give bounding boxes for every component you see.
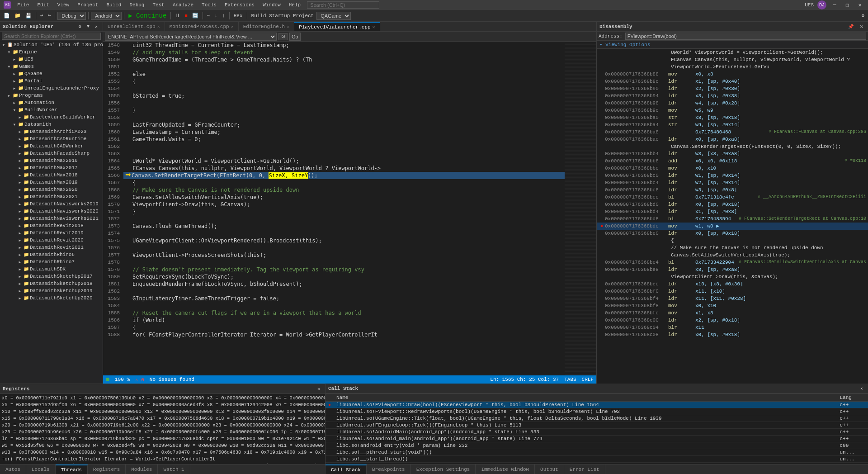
menu-project[interactable]: Project: [74, 1, 102, 9]
disasm-line[interactable]: 0x0000007176368bd4ldrx1, [sp, #0x8]: [597, 208, 868, 215]
continue-button[interactable]: ▶ Continue: [127, 11, 168, 20]
hex-toggle[interactable]: Hex: [232, 11, 245, 20]
tree-item-launcherproxy[interactable]: ▶ 📁 UnrealEngineLauncherProxy: [0, 85, 103, 92]
callstack-row-5[interactable]: libUnreal.so!android_main(android_app*)(…: [326, 436, 868, 442]
disasm-line[interactable]: 0x0000007176368b98ldrw4, [sp, #0x28]: [597, 100, 868, 107]
tree-item-ds-facadesharp[interactable]: ▶ 📁 DatasmithFacadeSharp: [0, 150, 103, 157]
disasm-line[interactable]: Canvas.SetRenderTargetRect(FIntRect(0, 0…: [597, 143, 868, 150]
code-line-1559[interactable]: LastFrameUpdated = GFrameCounter;: [123, 121, 565, 128]
disasm-line[interactable]: UWorld* ViewportWorld = ViewportClient->…: [597, 49, 868, 56]
menu-window[interactable]: Window: [259, 1, 284, 9]
bottom-tab-right-exception-settings[interactable]: Exception Settings: [411, 465, 476, 474]
toolbar-settings[interactable]: ⚙: [859, 11, 866, 20]
code-line-1561[interactable]: GameThread.Waits = 0;: [123, 136, 565, 143]
code-line-1575[interactable]: UGameViewportClient::OnViewportRendered(…: [123, 237, 565, 244]
code-line-1549[interactable]: // add any stalls for sleep or fevent: [123, 49, 565, 56]
tree-item-engine[interactable]: ▼ 📁 Engine: [0, 48, 103, 56]
disasm-line[interactable]: ViewportClient->Draw(this, &Canvas);: [597, 273, 868, 280]
disasm-line[interactable]: ●0x0000007176368bdcmovw1, w0 ▶: [597, 223, 868, 230]
disasm-line[interactable]: 0x0000007176368c04blrx11: [597, 324, 868, 331]
disasm-line[interactable]: 0x0000007176368c08ldrx0, [sp, #0x18]: [597, 331, 868, 338]
tab-play-level-close[interactable]: ✕: [373, 24, 375, 30]
tree-item-ds-revit2021[interactable]: ▶ 📁 DatasmithRevit2021: [0, 244, 103, 251]
disasm-line[interactable]: 0x0000007176368bc0ldrw1, [sp, #0x14]: [597, 172, 868, 179]
code-line-1568[interactable]: // Make sure the Canvas is not rendered …: [123, 186, 565, 194]
tree-item-ds-cadworker[interactable]: ▶ 📁 DatasmithCADWorker: [0, 142, 103, 150]
solution-search-input[interactable]: [2, 33, 101, 40]
tree-item-ds-max2017[interactable]: ▶ 📁 DatasmithMax2017: [0, 164, 103, 171]
disasm-line[interactable]: 0x0000007176368b88movx0, x8: [597, 71, 868, 78]
tree-item-ds-revit2019[interactable]: ▶ 📁 DatasmithRevit2019: [0, 229, 103, 237]
code-line-1579[interactable]: // Slate doesn't present immediately. Ta…: [123, 266, 565, 273]
bottom-tab-modules[interactable]: Modules: [126, 465, 158, 474]
code-line-1585[interactable]: // Reset the camera cut flags if we are …: [123, 309, 565, 317]
callstack-row-8[interactable]: libc.so!__start_thread()un...: [326, 456, 868, 463]
tab-monitored-process-close[interactable]: ✕: [231, 24, 234, 29]
disasm-line[interactable]: 0x0000007176368bccbl0x7171318c4fc # __AA…: [597, 194, 868, 201]
tree-item-ds-cadruntime[interactable]: ▶ 📁 DatasmithCADRuntime: [0, 135, 103, 142]
tree-item-qagame[interactable]: ▶ 📁 QAGame: [0, 70, 103, 77]
menu-edit[interactable]: Edit: [33, 1, 52, 9]
code-line-1586[interactable]: if (World): [123, 317, 565, 324]
tree-item-ue5[interactable]: ▶ 📁 UE5: [0, 56, 103, 63]
build-startup-btn[interactable]: Build Startup Project: [250, 11, 316, 20]
tab-monitored-process[interactable]: MonitoredProcess.cpp ✕: [165, 22, 239, 31]
code-line-1552[interactable]: else: [123, 71, 565, 78]
disasm-line[interactable]: 0x0000007176368bc4ldrw2, [sp, #0x14]: [597, 179, 868, 186]
tree-item-ds-max2018[interactable]: ▶ 📁 DatasmithMax2018: [0, 171, 103, 179]
code-line-1566[interactable]: ⮕ Canvas.SetRenderTargetRect(FIntRect(0,…: [123, 172, 565, 179]
go-button[interactable]: Go: [289, 33, 301, 41]
toolbar-step-over[interactable]: ↷: [205, 11, 212, 20]
code-line-1553[interactable]: {: [123, 78, 565, 85]
disasm-line[interactable]: 0x0000007176368be8ldrx8, [sp, #0xa8]: [597, 266, 868, 273]
se-close-btn[interactable]: ✕: [93, 23, 100, 30]
code-content[interactable]: uint32 ThreadTime = CurrentTime = LastTi…: [123, 42, 565, 375]
tree-item-games[interactable]: ▼ 📁 Games: [0, 63, 103, 70]
bottom-tab-right-breakpoints[interactable]: Breakpoints: [367, 465, 411, 474]
tree-item-ds-max2020[interactable]: ▶ 📁 DatasmithMax2020: [0, 186, 103, 193]
menu-test[interactable]: Test: [149, 1, 168, 9]
disasm-line[interactable]: 0x0000007176368b8cldrx1, [sp, #0x40]: [597, 78, 868, 85]
code-line-1577[interactable]: ViewportClient->ProcessScreenShots(this)…: [123, 251, 565, 259]
tree-item-portal[interactable]: ▶ 📁 Portal: [0, 77, 103, 85]
tree-item-ds-navis2020[interactable]: ▶ 📁 DatasmithNavisworks2020: [0, 208, 103, 215]
menu-analyze[interactable]: Analyze: [169, 1, 197, 9]
code-line-1564[interactable]: UWorld* ViewportWorld = ViewportClient->…: [123, 157, 565, 165]
address-input[interactable]: [625, 33, 866, 40]
callstack-row-6[interactable]: libc.so!android_entry(void * param) Line…: [326, 442, 868, 449]
code-line-1583[interactable]: GInputLatencyTimer.GameThreadTrigger = f…: [123, 295, 565, 302]
disasm-line[interactable]: 0x0000007176368bd0ldrx0, [sp, #0x18]: [597, 201, 868, 208]
toolbar-undo[interactable]: ↩: [38, 11, 45, 20]
menu-view[interactable]: View: [54, 1, 73, 9]
se-collapse-btn[interactable]: ▼: [85, 23, 92, 30]
disasm-line[interactable]: 0x0000007176368bb8addx0, x0, #0x118 # =0…: [597, 157, 868, 165]
disasm-line[interactable]: Canvas.SetAllowSwitchVerticalAxis(true);: [597, 251, 868, 259]
toolbar-save[interactable]: 💾: [24, 11, 33, 20]
disasm-line[interactable]: 0x0000007176368becldrx10, [x8, #0x30]: [597, 280, 868, 288]
code-line-1569[interactable]: Canvas.SetAllowSwitchVerticalAxis(true);: [123, 194, 565, 201]
callstack-row-1[interactable]: libUnreal.so!FViewport::RedrawViewports(…: [326, 408, 868, 415]
toolbar-new-file[interactable]: 📄: [2, 11, 12, 20]
callstack-close-btn[interactable]: ✕: [858, 385, 865, 392]
toolbar-stop[interactable]: ■: [183, 11, 189, 20]
callstack-row-7[interactable]: libc.so!__pthread_start(void*)()un...: [326, 449, 868, 456]
tree-item-ds-sdk[interactable]: ▶ 📁 DatasmithSDK: [0, 265, 103, 273]
code-line-1560[interactable]: Lastimestamp = CurrentTime;: [123, 128, 565, 136]
tree-item-automation[interactable]: ▶ 📁 Automation: [0, 99, 103, 106]
tree-item-ds-max2016[interactable]: ▶ 📁 DatasmithMax2016: [0, 157, 103, 164]
minimap[interactable]: [565, 42, 596, 375]
disasm-line[interactable]: 0x0000007176368bf4ldrx11, [x11, #0x28]: [597, 295, 868, 302]
code-line-1557[interactable]: }: [123, 107, 565, 114]
registers-close-btn[interactable]: ✕: [315, 385, 322, 393]
se-filter-btn[interactable]: ⚙: [76, 23, 84, 30]
toolbar-open[interactable]: 📁: [13, 11, 23, 20]
menu-tools[interactable]: Tools: [198, 1, 220, 9]
disasm-line[interactable]: 0x0000007176368bbcmovx0, x10: [597, 165, 868, 172]
callstack-row-3[interactable]: libUnreal.so!FEngineLoop::Tick()(FEngine…: [326, 422, 868, 429]
code-line-1565[interactable]: FCanvas Canvas(this, nullptr, ViewportWo…: [123, 165, 565, 172]
code-line-1582[interactable]: [123, 288, 565, 295]
bottom-tab-locals[interactable]: Locals: [26, 465, 56, 474]
code-line-1578[interactable]: [123, 259, 565, 266]
code-line-1551[interactable]: [123, 63, 565, 71]
tree-item-ds-revit2018[interactable]: ▶ 📁 DatasmithRevit2018: [0, 222, 103, 229]
